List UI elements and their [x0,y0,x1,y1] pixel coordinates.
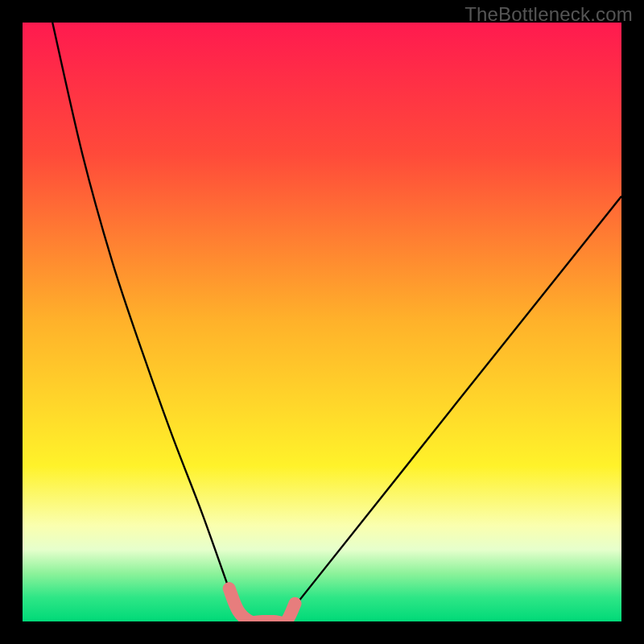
chart-svg [23,23,621,621]
chart-frame: TheBottleneck.com [0,0,644,644]
watermark-text: TheBottleneck.com [464,3,633,26]
plot-area [23,23,621,621]
gradient-background [23,23,621,621]
